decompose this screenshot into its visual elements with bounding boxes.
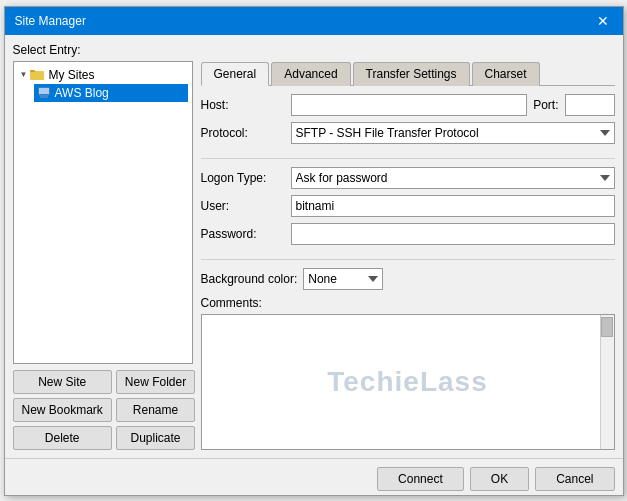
tree-view[interactable]: ▼ My Sites xyxy=(13,61,193,364)
connect-button[interactable]: Connect xyxy=(377,467,464,491)
my-sites-label: My Sites xyxy=(48,68,94,82)
comments-label: Comments: xyxy=(201,296,615,310)
tab-advanced[interactable]: Advanced xyxy=(271,62,350,86)
svg-rect-4 xyxy=(40,96,48,98)
scrollbar-thumb[interactable] xyxy=(601,317,613,337)
svg-rect-6 xyxy=(39,88,49,94)
ok-button[interactable]: OK xyxy=(470,467,529,491)
folder-icon xyxy=(29,67,45,83)
svg-rect-5 xyxy=(39,95,49,96)
scrollbar[interactable] xyxy=(600,315,614,449)
port-input[interactable] xyxy=(565,94,615,116)
delete-button[interactable]: Delete xyxy=(13,426,112,450)
host-label: Host: xyxy=(201,98,291,112)
window-body: Select Entry: ▼ My xyxy=(5,35,623,458)
divider-1 xyxy=(201,158,615,159)
watermark-text: TechieLass xyxy=(327,366,487,398)
bg-color-select[interactable]: None Red Green Blue xyxy=(303,268,383,290)
select-entry-label: Select Entry: xyxy=(13,43,615,57)
aws-blog-label: AWS Blog xyxy=(55,86,109,100)
cancel-button[interactable]: Cancel xyxy=(535,467,614,491)
title-bar: Site Manager ✕ xyxy=(5,7,623,35)
tab-content-general: Host: Port: Protocol: SFTP - SSH File Tr… xyxy=(201,94,615,450)
host-input[interactable] xyxy=(291,94,528,116)
user-input[interactable] xyxy=(291,195,615,217)
port-label: Port: xyxy=(533,98,558,112)
logon-type-label: Logon Type: xyxy=(201,171,291,185)
password-row: Password: xyxy=(201,223,615,245)
divider-2 xyxy=(201,259,615,260)
protocol-select[interactable]: SFTP - SSH File Transfer Protocol FTP - … xyxy=(291,122,615,144)
site-icon xyxy=(36,85,52,101)
expand-arrow-icon: ▼ xyxy=(20,70,28,79)
password-input[interactable] xyxy=(291,223,615,245)
rename-button[interactable]: Rename xyxy=(116,398,195,422)
protocol-row: Protocol: SFTP - SSH File Transfer Proto… xyxy=(201,122,615,144)
user-row: User: xyxy=(201,195,615,217)
duplicate-button[interactable]: Duplicate xyxy=(116,426,195,450)
new-bookmark-button[interactable]: New Bookmark xyxy=(13,398,112,422)
tree-children: AWS Blog xyxy=(34,84,188,102)
left-panel: ▼ My Sites xyxy=(13,61,193,450)
right-panel: General Advanced Transfer Settings Chars… xyxy=(201,61,615,450)
logon-type-select[interactable]: Ask for password Normal Anonymous Intera… xyxy=(291,167,615,189)
new-folder-button[interactable]: New Folder xyxy=(116,370,195,394)
password-label: Password: xyxy=(201,227,291,241)
comments-area[interactable]: TechieLass xyxy=(201,314,615,450)
site-manager-window: Site Manager ✕ Select Entry: ▼ xyxy=(4,6,624,496)
host-row: Host: Port: xyxy=(201,94,615,116)
tabs: General Advanced Transfer Settings Chars… xyxy=(201,61,615,86)
logon-type-row: Logon Type: Ask for password Normal Anon… xyxy=(201,167,615,189)
tree-item-aws-blog[interactable]: AWS Blog xyxy=(34,84,188,102)
main-content: ▼ My Sites xyxy=(13,61,615,450)
bg-color-label: Background color: xyxy=(201,272,298,286)
window-title: Site Manager xyxy=(15,14,86,28)
left-buttons: New Site New Folder New Bookmark Rename … xyxy=(13,370,193,450)
new-site-button[interactable]: New Site xyxy=(13,370,112,394)
svg-rect-2 xyxy=(30,70,35,72)
close-button[interactable]: ✕ xyxy=(593,11,613,31)
tree-item-my-sites[interactable]: ▼ My Sites xyxy=(18,66,188,84)
tab-charset[interactable]: Charset xyxy=(472,62,540,86)
protocol-label: Protocol: xyxy=(201,126,291,140)
user-label: User: xyxy=(201,199,291,213)
bg-color-row: Background color: None Red Green Blue xyxy=(201,268,615,290)
tab-transfer-settings[interactable]: Transfer Settings xyxy=(353,62,470,86)
tab-general[interactable]: General xyxy=(201,62,270,86)
bottom-bar: Connect OK Cancel xyxy=(5,458,623,495)
